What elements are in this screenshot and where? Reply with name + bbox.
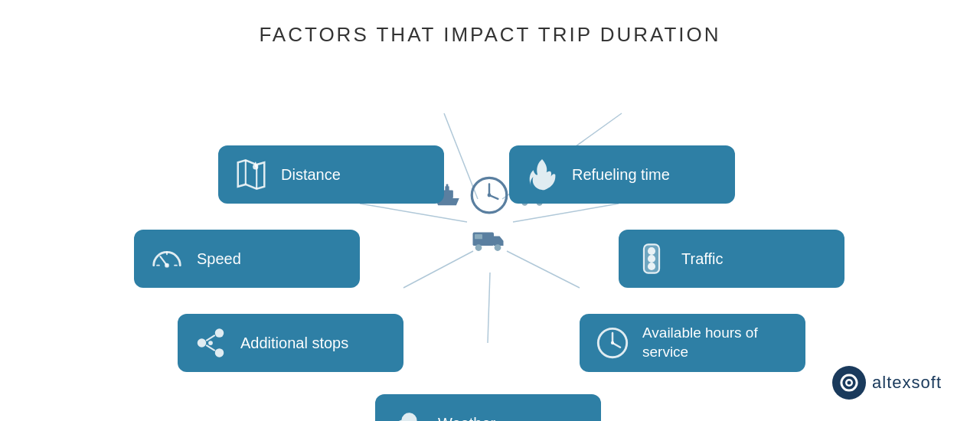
map-icon <box>232 157 270 192</box>
traffic-light-icon <box>632 241 671 276</box>
svg-point-37 <box>198 338 207 348</box>
svg-line-5 <box>507 251 580 288</box>
share-icon <box>191 325 230 361</box>
flame-icon <box>523 157 561 192</box>
speed-card: Speed <box>134 230 360 288</box>
available-hours-label: Available hours of service <box>642 324 787 361</box>
svg-line-6 <box>488 273 490 343</box>
refueling-card: Refueling time <box>509 145 735 204</box>
distance-label: Distance <box>281 166 341 184</box>
svg-point-34 <box>648 263 655 270</box>
clock-icon <box>593 325 632 361</box>
cloud-lightning-icon <box>389 406 427 421</box>
speedometer-icon <box>148 241 186 276</box>
available-hours-card: Available hours of service <box>580 314 805 372</box>
svg-point-33 <box>648 255 655 263</box>
svg-point-44 <box>611 341 614 344</box>
distance-card: Distance <box>218 145 444 204</box>
svg-line-38 <box>206 335 215 341</box>
svg-point-20 <box>475 244 482 251</box>
traffic-card: Traffic <box>619 230 844 288</box>
altexsoft-logo-icon <box>832 366 866 400</box>
svg-line-13 <box>489 195 498 199</box>
traffic-label: Traffic <box>681 250 723 268</box>
svg-point-27 <box>165 263 169 268</box>
svg-point-21 <box>495 244 501 251</box>
svg-point-36 <box>215 348 224 357</box>
diagram-area: Distance Refueling time Speed <box>0 61 980 421</box>
center-clock-icon <box>469 175 509 218</box>
svg-line-39 <box>206 345 215 351</box>
refueling-label: Refueling time <box>572 166 670 184</box>
truck-icon <box>470 223 510 256</box>
speed-label: Speed <box>197 250 241 268</box>
additional-stops-card: Additional stops <box>178 314 403 372</box>
svg-point-35 <box>215 328 224 338</box>
altexsoft-logo-text: altexsoft <box>872 373 942 393</box>
svg-rect-22 <box>475 234 482 239</box>
svg-rect-9 <box>446 184 449 188</box>
altexsoft-logo: altexsoft <box>832 366 942 400</box>
svg-line-4 <box>403 251 473 288</box>
weather-label: Weather <box>438 415 495 422</box>
svg-point-32 <box>648 247 655 255</box>
page-title: FACTORS THAT IMPACT TRIP DURATION <box>0 0 980 47</box>
svg-point-47 <box>848 381 851 385</box>
additional-stops-label: Additional stops <box>240 335 348 352</box>
svg-point-40 <box>208 341 213 345</box>
weather-card: Weather <box>375 394 601 421</box>
